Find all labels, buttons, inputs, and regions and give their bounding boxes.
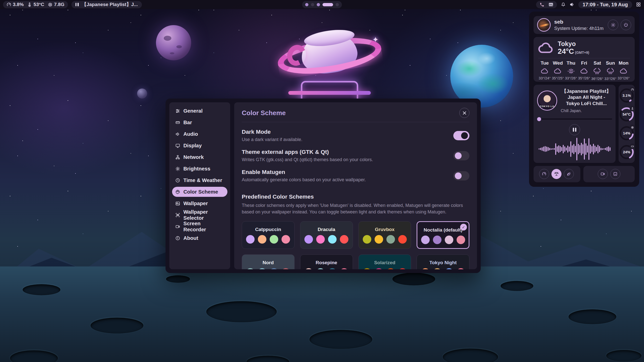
phone-icon[interactable] <box>540 2 544 7</box>
scheme-name: Catppuccin <box>255 227 281 232</box>
sidebar-item-label: General <box>183 108 203 114</box>
scheme-card-nord[interactable]: ✓ Nord <box>242 254 295 269</box>
scheme-card-noctalia[interactable]: ✓ Noctalia (default) <box>417 221 469 249</box>
sidebar-item-bar[interactable]: Bar <box>172 117 227 127</box>
toggle-description: Writes GTK (gtk.css) and Qt (qt6ct) them… <box>242 157 373 162</box>
bar-icon <box>175 120 180 125</box>
color-swatch <box>398 268 407 269</box>
power-saver-profile-button[interactable] <box>564 169 574 179</box>
color-swatch <box>421 268 430 269</box>
crater <box>443 348 498 362</box>
section-title: Predefined Color Schemes <box>242 194 469 200</box>
settings-button[interactable] <box>608 20 618 30</box>
scheme-card-solarized[interactable]: ✓ Solarized <box>358 254 411 269</box>
pause-button[interactable] <box>569 124 580 135</box>
cloud-icon <box>578 68 591 74</box>
overview-grid-icon[interactable] <box>636 2 641 7</box>
scheme-card-tokyo-night[interactable]: ✓ Tokyo Night <box>417 254 469 269</box>
workspace-dot[interactable] <box>336 3 339 6</box>
sidebar-item-brightness[interactable]: Brightness <box>172 164 227 174</box>
sidebar-item-display[interactable]: Display <box>172 141 227 151</box>
color-swatch <box>375 268 383 269</box>
sidebar-item-general[interactable]: General <box>172 106 227 116</box>
clock[interactable]: 17:09 - Tue, 19 Aug <box>578 1 632 8</box>
bar-media-pill[interactable]: 【Japanese Playlist】J... <box>71 1 142 8</box>
visualizer-bar <box>572 145 573 153</box>
scheme-card-dracula[interactable]: ✓ Dracula <box>300 221 353 249</box>
workspace-dot[interactable] <box>311 3 314 6</box>
notifications-bell-icon[interactable] <box>561 2 566 7</box>
image-icon <box>175 201 180 206</box>
weather-widget[interactable]: Tokyo 24°C(GMT+9) Tue 33°/24° Wed 35°/25… <box>534 37 635 82</box>
volume-icon[interactable] <box>570 2 575 7</box>
color-swatch <box>316 268 325 269</box>
visualizer-bar <box>600 148 601 150</box>
weather-timezone: (GMT+9) <box>575 51 589 55</box>
visualizer-bar <box>548 147 549 151</box>
color-swatch <box>281 268 290 269</box>
visualizer-bar <box>551 148 552 150</box>
sidebar-item-time-weather[interactable]: Time & Weather <box>172 175 227 185</box>
avatar <box>537 18 551 32</box>
temperature-stat: 53°C <box>27 2 44 7</box>
sidebar-item-about[interactable]: About <box>172 233 227 243</box>
media-progress-bar[interactable] <box>537 117 612 121</box>
pause-icon <box>75 3 79 6</box>
color-swatch <box>398 235 407 244</box>
visualizer-bar <box>596 147 597 151</box>
scheme-card-rosepine[interactable]: ✓ Rosepine <box>300 254 353 269</box>
toggle-switch[interactable] <box>453 151 469 160</box>
sidebar-item-color-scheme[interactable]: Color Scheme <box>172 187 227 197</box>
workspace-dot[interactable] <box>305 3 308 6</box>
performance-profile-button[interactable] <box>539 169 549 179</box>
screen-record-button[interactable] <box>598 169 608 179</box>
close-button[interactable] <box>459 108 469 118</box>
color-scheme-grid: ✓ Catppuccin ✓ Dracula <box>242 221 469 269</box>
audio-visualizer <box>537 138 612 160</box>
scheme-card-catppuccin[interactable]: ✓ Catppuccin <box>242 221 295 249</box>
scheme-card-gruvbox[interactable]: ✓ Gruvbox <box>358 221 411 249</box>
balanced-profile-button[interactable] <box>551 169 561 179</box>
scheme-name: Dracula <box>318 227 335 232</box>
pause-icon <box>573 128 576 132</box>
purple-planet <box>156 25 191 60</box>
visualizer-bar <box>573 144 574 154</box>
sidebar-item-wallpaper[interactable]: Wallpaper <box>172 198 227 208</box>
toggle-switch[interactable] <box>453 171 469 180</box>
screenshot-button[interactable] <box>610 169 620 179</box>
forecast-temps: 33°/26° <box>604 77 617 81</box>
color-swatch <box>304 268 313 269</box>
toggle-knob <box>455 172 462 179</box>
media-subtitle: Chill Japan. <box>561 109 612 113</box>
visualizer-bar <box>607 147 608 151</box>
thermometer-icon <box>630 106 635 111</box>
sidebar-item-audio[interactable]: Audio <box>172 129 227 139</box>
visualizer-bar <box>605 148 606 150</box>
forecast-temps: 35°/25° <box>551 76 564 80</box>
workspace-dot[interactable] <box>323 3 333 6</box>
sidebar-item-network[interactable]: Network <box>172 152 227 162</box>
wallpaper-icon[interactable] <box>548 2 553 7</box>
crater <box>10 350 58 362</box>
sidebar-item-label: Wallpaper Selector <box>183 209 224 221</box>
top-bar: 3.8% 53°C 7.8G 【Japanese Playlist】J... <box>0 0 644 9</box>
workspace-dot[interactable] <box>317 3 320 6</box>
color-swatch <box>316 235 325 244</box>
toggle-switch[interactable] <box>453 131 469 140</box>
visualizer-bar <box>542 147 543 151</box>
sidebar-item-screen-recorder[interactable]: Screen Recorder <box>172 221 227 232</box>
visualizer-bar <box>558 145 559 153</box>
chip-icon <box>48 2 53 7</box>
sidebar-item-wallpaper-selector[interactable]: Wallpaper Selector <box>172 210 227 220</box>
color-swatch <box>258 235 266 244</box>
workspace-indicator[interactable] <box>302 1 342 8</box>
visualizer-bar <box>576 138 577 160</box>
brightness-icon <box>175 166 180 171</box>
color-swatch <box>328 268 337 269</box>
toggle-label: Theme external apps (GTK & Qt) <box>242 149 373 155</box>
system-stats-pill[interactable]: 3.8% 53°C 7.8G <box>3 1 68 8</box>
visualizer-bar <box>561 147 562 151</box>
progress-handle[interactable] <box>537 117 541 121</box>
color-swatch <box>270 268 278 269</box>
power-button[interactable] <box>621 20 631 30</box>
